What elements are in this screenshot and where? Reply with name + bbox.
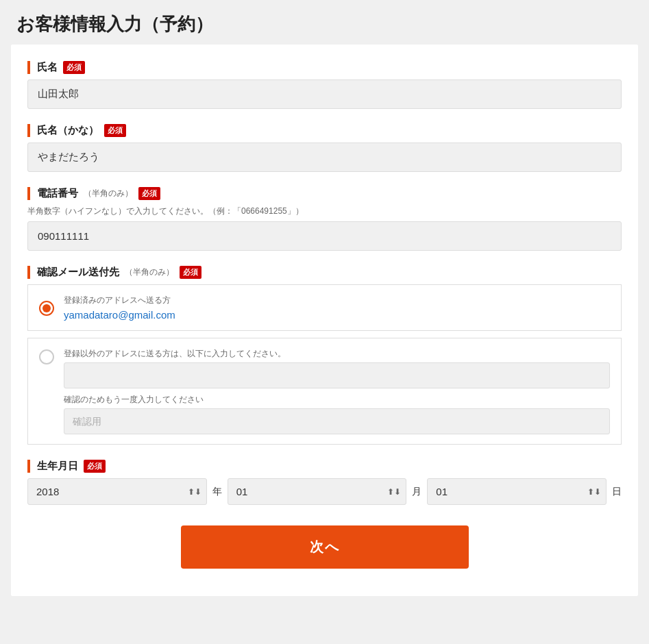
email-section: 確認メール送付先 （半角のみ） 必須 登録済みのアドレスへ送る方 yamadat… <box>27 266 622 445</box>
name-label: 氏名 <box>37 61 58 74</box>
email-other-hint: 登録以外のアドレスに送る方は、以下に入力してください。 <box>64 348 610 360</box>
email-registered-value: yamadataro@gmail.com <box>64 309 610 321</box>
phone-required-badge: 必須 <box>138 187 160 200</box>
email-confirm-input[interactable] <box>64 408 610 434</box>
email-other-radio[interactable] <box>39 349 54 364</box>
phone-hint: 半角数字（ハイフンなし）で入力してください。（例：「0666491255」） <box>27 206 622 217</box>
birthdate-section: 生年月日 必須 2018 2017 2019 ⬆⬇ 年 01 02 03 ⬆⬇ <box>27 460 622 505</box>
kana-label: 氏名（かな） <box>37 124 99 137</box>
page-title: お客様情報入力（予約） <box>16 12 633 36</box>
email-other-option[interactable]: 登録以外のアドレスに送る方は、以下に入力してください。 確認のためもう一度入力し… <box>27 338 622 445</box>
kana-label-row: 氏名（かな） 必須 <box>27 124 622 137</box>
email-registered-radio[interactable] <box>39 301 54 316</box>
month-select-wrapper: 01 02 03 ⬆⬇ <box>228 478 407 505</box>
year-unit: 年 <box>212 486 222 498</box>
email-label: 確認メール送付先 <box>37 266 119 279</box>
phone-label: 電話番号 <box>37 187 78 200</box>
email-other-inputs: 登録以外のアドレスに送る方は、以下に入力してください。 確認のためもう一度入力し… <box>64 348 610 434</box>
phone-input[interactable] <box>27 221 622 251</box>
day-select-wrapper: 01 02 03 ⬆⬇ <box>427 478 607 505</box>
birthdate-label: 生年月日 <box>37 460 78 473</box>
date-row: 2018 2017 2019 ⬆⬇ 年 01 02 03 ⬆⬇ 月 01 0 <box>27 478 622 505</box>
year-select-wrapper: 2018 2017 2019 ⬆⬇ <box>27 478 207 505</box>
kana-section: 氏名（かな） 必須 <box>27 124 622 172</box>
kana-input[interactable] <box>27 143 622 172</box>
month-select[interactable]: 01 02 03 <box>228 478 407 505</box>
name-input[interactable] <box>27 79 622 109</box>
email-registered-sublabel: 登録済みのアドレスへ送る方 <box>64 295 610 306</box>
email-other-input[interactable] <box>64 362 610 388</box>
radio-inner-dot <box>42 304 51 312</box>
day-select[interactable]: 01 02 03 <box>427 478 607 505</box>
email-registered-option[interactable]: 登録済みのアドレスへ送る方 yamadataro@gmail.com <box>27 284 622 331</box>
next-button-wrapper: 次へ <box>27 525 622 569</box>
email-registered-content: 登録済みのアドレスへ送る方 yamadataro@gmail.com <box>64 295 610 321</box>
email-sublabel: （半角のみ） <box>125 267 174 278</box>
year-select[interactable]: 2018 2017 2019 <box>27 478 207 505</box>
email-label-row: 確認メール送付先 （半角のみ） 必須 <box>27 266 622 279</box>
month-unit: 月 <box>412 486 421 498</box>
name-required-badge: 必須 <box>63 61 85 74</box>
phone-section: 電話番号 （半角のみ） 必須 半角数字（ハイフンなし）で入力してください。（例：… <box>27 187 622 251</box>
phone-label-row: 電話番号 （半角のみ） 必須 <box>27 187 622 200</box>
birthdate-required-badge: 必須 <box>84 460 106 473</box>
name-section: 氏名 必須 <box>27 61 622 109</box>
phone-sublabel: （半角のみ） <box>84 188 133 199</box>
kana-required-badge: 必須 <box>104 124 126 137</box>
day-unit: 日 <box>612 486 622 498</box>
email-required-badge: 必須 <box>180 266 201 279</box>
name-label-row: 氏名 必須 <box>27 61 622 74</box>
birthdate-label-row: 生年月日 必須 <box>27 460 622 473</box>
email-confirm-label: 確認のためもう一度入力してください <box>64 394 610 406</box>
next-button[interactable]: 次へ <box>181 525 469 569</box>
